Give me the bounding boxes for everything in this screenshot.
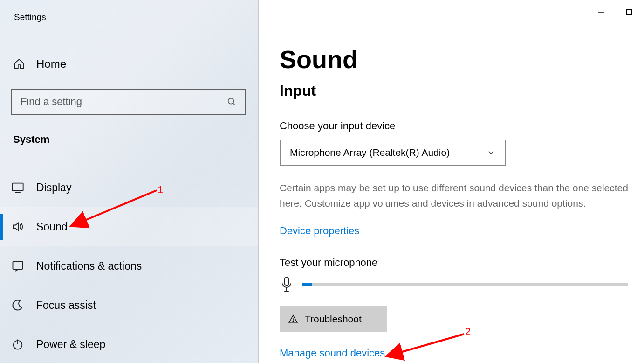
input-description: Certain apps may be set up to use differ… <box>280 181 634 211</box>
svg-point-13 <box>293 321 293 322</box>
test-mic-label: Test your microphone <box>280 257 643 269</box>
search-box[interactable] <box>11 89 246 115</box>
sidebar: Settings Home System Display Sound <box>0 0 259 363</box>
sound-icon <box>11 220 24 233</box>
sidebar-item-display[interactable]: Display <box>0 168 258 207</box>
app-title: Settings <box>0 0 258 22</box>
notifications-icon <box>11 259 24 272</box>
sidebar-home-label: Home <box>36 57 66 70</box>
search-input[interactable] <box>21 96 226 108</box>
power-icon <box>11 338 24 351</box>
sidebar-section-label: System <box>0 115 258 146</box>
sidebar-item-power-sleep[interactable]: Power & sleep <box>0 325 258 363</box>
sidebar-item-sound[interactable]: Sound <box>0 207 258 246</box>
main-content: Sound Input Choose your input device Mic… <box>280 0 643 359</box>
home-icon <box>13 58 25 70</box>
manage-sound-devices-link[interactable]: Manage sound devices <box>280 347 385 359</box>
section-title: Input <box>280 82 643 99</box>
mic-level-fill <box>302 283 312 286</box>
sidebar-item-focus-assist[interactable]: Focus assist <box>0 286 258 325</box>
input-device-label: Choose your input device <box>280 120 643 132</box>
sidebar-item-notifications[interactable]: Notifications & actions <box>0 246 258 286</box>
display-icon <box>11 181 24 194</box>
warning-icon <box>288 314 298 324</box>
troubleshoot-label: Troubleshoot <box>305 314 362 325</box>
sidebar-item-label: Focus assist <box>36 299 96 312</box>
input-device-value: Microphone Array (Realtek(R) Audio) <box>290 147 450 158</box>
svg-rect-4 <box>13 262 23 269</box>
mic-level-bar <box>302 283 628 286</box>
chevron-down-icon <box>486 148 496 157</box>
input-device-dropdown[interactable]: Microphone Array (Realtek(R) Audio) <box>280 140 506 166</box>
svg-rect-2 <box>12 183 23 191</box>
moon-icon <box>11 299 24 312</box>
sidebar-item-label: Power & sleep <box>36 338 105 351</box>
search-icon <box>226 97 237 107</box>
sidebar-item-label: Notifications & actions <box>36 260 142 272</box>
sidebar-home[interactable]: Home <box>0 53 258 75</box>
troubleshoot-button[interactable]: Troubleshoot <box>280 306 387 332</box>
page-title: Sound <box>280 45 643 74</box>
microphone-icon <box>280 276 294 293</box>
sidebar-nav: Display Sound Notifications & actions Fo… <box>0 168 258 363</box>
svg-rect-9 <box>284 277 289 285</box>
device-properties-link[interactable]: Device properties <box>280 225 359 237</box>
mic-test-row <box>280 276 643 293</box>
sidebar-item-label: Display <box>36 182 71 194</box>
svg-line-1 <box>233 103 235 105</box>
sidebar-item-label: Sound <box>36 221 68 233</box>
